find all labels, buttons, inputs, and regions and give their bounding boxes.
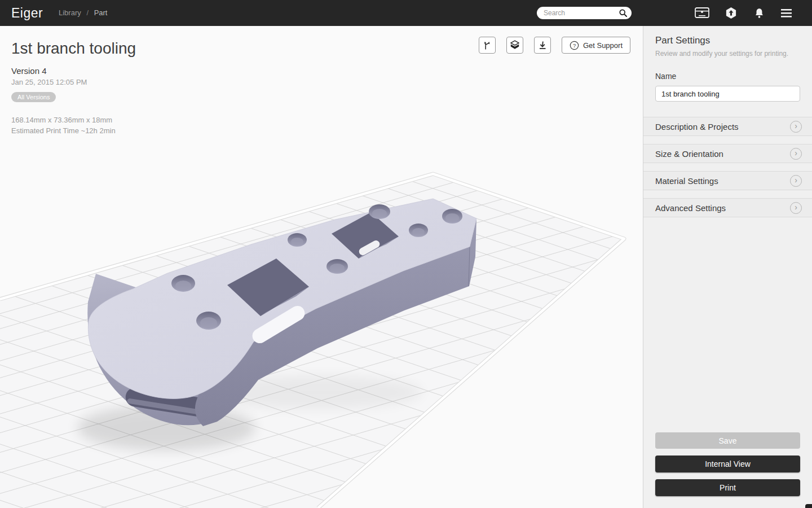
breadcrumb-separator: /	[86, 8, 89, 17]
download-button[interactable]	[534, 37, 551, 54]
menu-icon[interactable]	[781, 0, 792, 26]
top-bar: Eiger Library / Part	[0, 0, 812, 26]
breadcrumb: Library / Part	[59, 0, 107, 26]
fork-version-icon	[482, 40, 492, 50]
print-time-text: Estimated Print Time ~12h 2min	[11, 126, 136, 137]
upload-hexagon-icon[interactable]	[725, 0, 738, 26]
search-input[interactable]	[544, 7, 617, 19]
notifications-bell-icon[interactable]	[753, 0, 765, 26]
viewer-toolbar: ? Get Support	[479, 37, 630, 54]
internal-view-button[interactable]: Internal View	[655, 456, 800, 472]
section-material-settings[interactable]: Material Settings ›	[643, 171, 812, 190]
section-size-orientation[interactable]: Size & Orientation ›	[643, 144, 812, 163]
chevron-right-icon: ›	[790, 121, 802, 133]
get-support-label: Get Support	[583, 41, 623, 50]
print-button[interactable]: Print	[655, 479, 800, 496]
section-description-projects[interactable]: Description & Projects ›	[643, 117, 812, 136]
panel-title: Part Settings	[655, 35, 800, 46]
breadcrumb-library[interactable]: Library	[59, 8, 81, 17]
svg-text:?: ?	[573, 42, 576, 48]
chevron-right-icon: ›	[790, 148, 802, 160]
part-date: Jan 25, 2015 12:05 PM	[11, 78, 136, 86]
printer-icon[interactable]	[695, 0, 709, 26]
slice-cube-icon	[509, 40, 520, 51]
viewer-area: 1st branch tooling Version 4 Jan 25, 201…	[0, 26, 643, 508]
chevron-right-icon: ›	[790, 202, 802, 214]
save-button[interactable]: Save	[655, 432, 800, 449]
section-label: Description & Projects	[655, 122, 739, 132]
part-name-input[interactable]	[655, 86, 800, 102]
fork-version-button[interactable]	[479, 37, 496, 54]
download-icon	[537, 40, 548, 50]
app-logo: Eiger	[11, 0, 43, 26]
question-circle-icon: ?	[570, 41, 579, 50]
panel-subtitle: Review and modify your settings for prin…	[655, 50, 800, 58]
part-version: Version 4	[11, 66, 136, 76]
part-header: 1st branch tooling Version 4 Jan 25, 201…	[11, 40, 136, 137]
section-label: Material Settings	[655, 176, 718, 186]
get-support-button[interactable]: ? Get Support	[562, 37, 630, 54]
section-label: Advanced Settings	[655, 203, 726, 213]
search-box	[537, 7, 632, 19]
page-title: 1st branch tooling	[11, 40, 136, 58]
section-label: Size & Orientation	[655, 149, 723, 159]
chat-widget-corner[interactable]	[805, 504, 812, 508]
search-icon[interactable]	[619, 8, 628, 17]
breadcrumb-current: Part	[94, 8, 108, 17]
chevron-right-icon: ›	[790, 175, 802, 187]
section-advanced-settings[interactable]: Advanced Settings ›	[643, 198, 812, 217]
name-label: Name	[655, 72, 800, 81]
slice-view-button[interactable]	[506, 37, 523, 54]
settings-sections: Description & Projects › Size & Orientat…	[643, 117, 812, 217]
part-dimensions: 168.14mm x 73.36mm x 18mm Estimated Prin…	[11, 115, 136, 137]
dimensions-text: 168.14mm x 73.36mm x 18mm	[11, 115, 136, 126]
all-versions-badge[interactable]: All Versions	[11, 92, 56, 102]
part-settings-panel: Part Settings Review and modify your set…	[643, 26, 812, 508]
